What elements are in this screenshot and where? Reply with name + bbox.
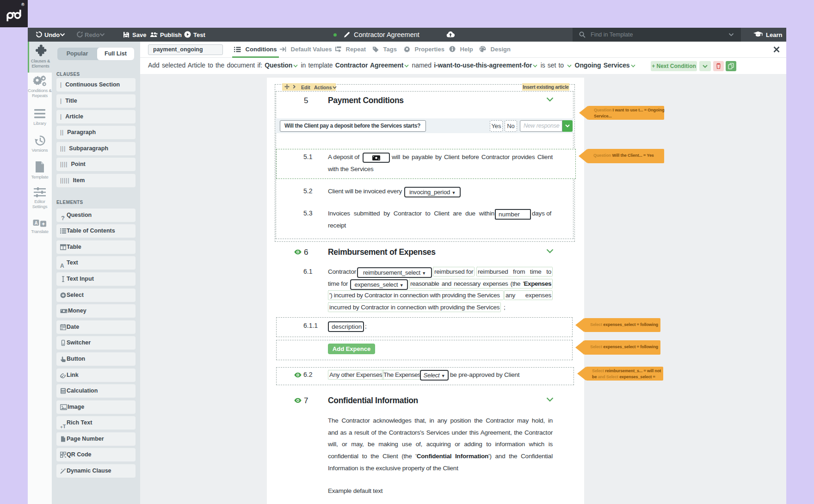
svg-text:✦: ✦ xyxy=(41,221,45,227)
svg-text:A: A xyxy=(34,221,37,226)
